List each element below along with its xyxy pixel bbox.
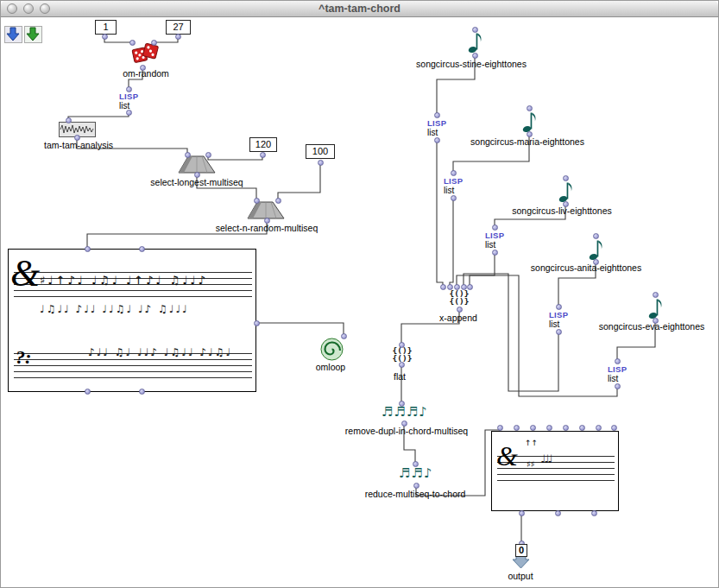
connection-dot[interactable] bbox=[596, 425, 602, 431]
songcircus-anita-note-icon[interactable] bbox=[589, 238, 602, 261]
connection-dot[interactable] bbox=[615, 383, 621, 389]
connection-dot[interactable] bbox=[185, 152, 191, 158]
connection-dot[interactable] bbox=[139, 246, 145, 252]
patch-cord[interactable] bbox=[457, 252, 495, 286]
connection-dot[interactable] bbox=[194, 172, 200, 178]
notes-row-icon[interactable]: ♬♬♬♪ bbox=[382, 404, 428, 420]
connection-dot[interactable] bbox=[401, 420, 407, 427]
connection-dot[interactable] bbox=[102, 34, 108, 40]
connection-dot[interactable] bbox=[447, 284, 453, 290]
connection-dot[interactable] bbox=[546, 425, 552, 431]
trapezoid-icon[interactable] bbox=[178, 155, 216, 174]
connection-dot[interactable] bbox=[139, 389, 145, 395]
patch-cord[interactable] bbox=[68, 113, 129, 120]
connection-dot[interactable] bbox=[579, 425, 585, 431]
patch-cord[interactable] bbox=[450, 198, 453, 286]
number-box-27[interactable]: 27 bbox=[166, 20, 191, 35]
connection-dot[interactable] bbox=[514, 425, 520, 431]
connection-dot[interactable] bbox=[440, 284, 446, 290]
songcircus-maria-note-icon[interactable] bbox=[522, 111, 536, 133]
lisp-list-box-1[interactable]: LISP list bbox=[119, 92, 145, 111]
connection-dot[interactable] bbox=[472, 53, 478, 59]
omloop-spiral-icon[interactable] bbox=[320, 338, 344, 361]
connection-dot[interactable] bbox=[563, 175, 569, 181]
connection-dot[interactable] bbox=[461, 284, 467, 290]
flat-list-icon[interactable]: {()} {()} bbox=[390, 346, 414, 362]
connection-dot[interactable] bbox=[492, 250, 498, 256]
eval-blue-arrow-button[interactable] bbox=[4, 26, 22, 43]
connection-dot[interactable] bbox=[318, 160, 324, 166]
connection-dot[interactable] bbox=[555, 510, 561, 516]
connection-dot[interactable] bbox=[497, 425, 503, 431]
connection-dot[interactable] bbox=[399, 401, 405, 407]
songcircus-stine-note-icon[interactable] bbox=[468, 31, 482, 54]
connection-dot[interactable] bbox=[527, 131, 533, 137]
connection-dot[interactable] bbox=[451, 170, 457, 176]
connection-dot[interactable] bbox=[399, 362, 405, 368]
connection-dot[interactable] bbox=[527, 105, 533, 111]
number-box-1[interactable]: 1 bbox=[95, 20, 117, 35]
number-box-100[interactable]: 100 bbox=[306, 144, 335, 159]
minimize-button[interactable] bbox=[23, 3, 34, 14]
notes-row-icon[interactable]: ♬♬♪ bbox=[399, 465, 432, 481]
zoom-button[interactable] bbox=[40, 3, 50, 14]
number-box-120[interactable]: 120 bbox=[249, 137, 277, 152]
connection-dot[interactable] bbox=[126, 86, 132, 92]
lisp-list-box-3[interactable]: LISP list bbox=[444, 176, 470, 195]
connection-dot[interactable] bbox=[530, 425, 536, 431]
close-button[interactable] bbox=[7, 3, 17, 14]
connection-dot[interactable] bbox=[451, 195, 457, 201]
patch-cord[interactable] bbox=[256, 323, 344, 335]
connection-dot[interactable] bbox=[457, 307, 463, 313]
chord-editor-box[interactable]: & ↑↑ ♯♯ ♩♩♩ bbox=[491, 431, 619, 511]
connection-dot[interactable] bbox=[205, 152, 211, 158]
connection-dot[interactable] bbox=[151, 40, 157, 46]
patch-cord[interactable] bbox=[470, 275, 617, 396]
connection-dot[interactable] bbox=[175, 34, 181, 40]
connection-dot[interactable] bbox=[399, 342, 405, 348]
connection-dot[interactable] bbox=[467, 284, 473, 290]
lisp-list-box-2[interactable]: LISP list bbox=[427, 118, 453, 137]
connection-dot[interactable] bbox=[653, 318, 659, 324]
titlebar[interactable]: ^tam-tam-chord bbox=[1, 1, 718, 17]
connection-dot[interactable] bbox=[254, 198, 260, 204]
connection-dot[interactable] bbox=[593, 233, 599, 239]
connection-dot[interactable] bbox=[593, 259, 599, 265]
connection-dot[interactable] bbox=[413, 483, 419, 489]
save-green-arrow-button[interactable] bbox=[24, 26, 42, 43]
connection-dot[interactable] bbox=[556, 304, 562, 310]
patch-cord[interactable] bbox=[437, 140, 443, 286]
connection-dot[interactable] bbox=[66, 117, 72, 123]
connection-dot[interactable] bbox=[140, 65, 146, 71]
multiseq-editor-box[interactable]: & ♯♩↑♪♩ ♩♫♩ ♩↑♪♩ ♫♩♩♪ ♩♫♩♩ ♪♩♩ ♩♩♫♩ ♩♪ ♫… bbox=[8, 249, 256, 392]
patch-cord[interactable] bbox=[278, 162, 320, 200]
songcircus-eva-note-icon[interactable] bbox=[648, 297, 662, 319]
connection-dot[interactable] bbox=[74, 135, 80, 141]
connection-dot[interactable] bbox=[563, 201, 569, 207]
connection-dot[interactable] bbox=[129, 40, 136, 46]
trapezoid-icon[interactable] bbox=[247, 201, 285, 219]
connection-dot[interactable] bbox=[611, 425, 617, 431]
connection-dot[interactable] bbox=[434, 112, 440, 118]
connection-dot[interactable] bbox=[85, 246, 91, 252]
patch-cord[interactable] bbox=[208, 155, 262, 160]
connection-dot[interactable] bbox=[454, 284, 460, 290]
lisp-list-box-5[interactable]: LISP list bbox=[549, 310, 575, 329]
patch-cord[interactable] bbox=[416, 427, 500, 496]
connection-dot[interactable] bbox=[341, 333, 347, 339]
connection-dot[interactable] bbox=[275, 198, 281, 204]
connection-dot[interactable] bbox=[519, 510, 525, 516]
connection-dot[interactable] bbox=[254, 320, 260, 326]
output-index-box[interactable]: 0 bbox=[515, 544, 527, 557]
connection-dot[interactable] bbox=[126, 110, 132, 116]
lisp-list-box-4[interactable]: LISP list bbox=[485, 231, 511, 250]
connection-dot[interactable] bbox=[556, 329, 562, 335]
patch-cord[interactable] bbox=[464, 274, 558, 391]
connection-dot[interactable] bbox=[264, 218, 270, 224]
connection-dot[interactable] bbox=[492, 224, 498, 231]
connection-dot[interactable] bbox=[591, 510, 597, 516]
patch-canvas[interactable]: 1 27 120 100 om-random bbox=[1, 1, 718, 587]
connection-dot[interactable] bbox=[563, 425, 569, 431]
connection-dot[interactable] bbox=[434, 137, 440, 143]
connection-dot[interactable] bbox=[260, 152, 266, 158]
